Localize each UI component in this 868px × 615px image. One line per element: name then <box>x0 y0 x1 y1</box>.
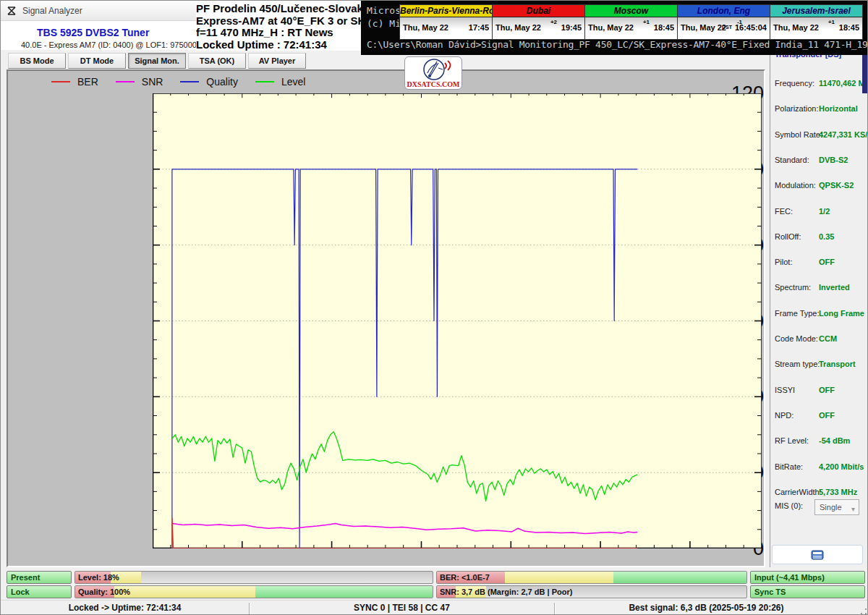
legend-item-ber: BER <box>51 76 98 88</box>
param-row-rolloff: RollOff:0.35 <box>775 232 867 247</box>
param-label: Frame Type: <box>775 309 820 318</box>
chart-legend: BERSNRQualityLevel <box>51 75 305 88</box>
tab-bs-mode[interactable]: BS Mode <box>8 53 66 69</box>
status-sync-counters: SYNC 0 | TEI 58 | CC 47 <box>250 601 554 615</box>
param-row-polarization: Polarization:Horizontal <box>775 104 867 119</box>
param-label: FEC: <box>775 207 793 216</box>
clock-city: Dubai <box>493 5 584 17</box>
clock-dst-flag: DST <box>722 25 732 30</box>
transponder-panel: Transponder [DS] Frequency:11470,462 MHz… <box>770 46 868 567</box>
input-indicator: Input (~4,41 Mbps) <box>750 571 865 584</box>
param-value: 4247,331 KS/s <box>819 130 868 139</box>
signal-chart-panel: BERSNRQualityLevel 120100806040200 <box>7 69 765 567</box>
legend-swatch <box>116 81 135 82</box>
param-value: OFF <box>819 411 835 420</box>
app-icon <box>7 6 17 19</box>
window-title: Signal Analyzer <box>22 6 82 16</box>
legend-label: BER <box>77 76 98 88</box>
save-icon <box>811 550 824 560</box>
param-label: Stream type: <box>775 360 820 368</box>
param-row-modulation: Modulation:QPSK-S2 <box>775 181 867 195</box>
tab-signal-mon-[interactable]: Signal Mon. <box>128 53 186 69</box>
param-label: RollOff: <box>775 232 801 241</box>
clock-time: 18:45 <box>839 23 859 32</box>
param-label: BitRate: <box>775 462 803 471</box>
meter-label: Quality: 100% <box>78 586 130 598</box>
param-row-symbol-rate: Symbol Rate:4247,331 KS/s <box>775 130 867 145</box>
dxsatcs-logo: DXSATCS.COM <box>404 56 462 90</box>
meter-segment-yellow <box>505 572 613 583</box>
param-row-issyi: ISSYIOFF <box>775 386 867 400</box>
meter-label: SNR: 3,7 dB (Margin: 2,7 dB | Poor) <box>440 586 572 598</box>
param-value: OFF <box>819 258 835 266</box>
param-value: QPSK-S2 <box>819 181 854 190</box>
param-label: NPD: <box>775 411 793 420</box>
plot-svg <box>153 93 762 548</box>
clock-city: London, Eng <box>678 5 770 17</box>
clock-body: Thu, May 22-1DST16:45:04 <box>678 17 770 39</box>
resize-grip[interactable] <box>860 608 867 615</box>
param-row-bitrate: BitRate:4,200 Mbit/s <box>775 462 867 477</box>
param-label: Frequency: <box>775 79 814 88</box>
clock-time: 18:45 <box>654 23 674 32</box>
clock-time: 17:45 <box>469 23 489 32</box>
lock-indicator: Lock <box>7 585 72 598</box>
clock-body: Thu, May 22+219:45 <box>493 17 584 39</box>
world-clocks: Berlin-Paris-Vienna-RomaThu, May 2217:45… <box>400 4 863 40</box>
clock-london-eng: London, EngThu, May 22-1DST16:45:04 <box>677 4 770 40</box>
snr-meter: SNR: 3,7 dB (Margin: 2,7 dB | Poor) <box>436 585 747 598</box>
param-value: CCM <box>819 334 837 343</box>
clock-utc-offset: +1 <box>643 19 650 25</box>
param-value: DVB-S2 <box>819 156 848 164</box>
meter-segment-yellow <box>114 586 255 598</box>
param-value: OFF <box>819 386 835 394</box>
param-value: 0.35 <box>819 232 834 241</box>
param-label: ISSYI <box>775 386 795 394</box>
param-label: Modulation: <box>775 181 816 190</box>
param-label: MIS (0): <box>775 501 803 510</box>
legend-swatch <box>51 81 70 82</box>
clock-date: Thu, May 22 <box>403 23 448 32</box>
ber-meter: BER: <1.0E-7 <box>436 571 747 584</box>
present-indicator: Present <box>7 571 72 584</box>
satellite-dish-icon <box>405 57 462 82</box>
tab-tsa-ok-[interactable]: TSA (OK) <box>188 53 246 69</box>
tab-dt-mode[interactable]: DT Mode <box>68 53 126 69</box>
mis-dropdown[interactable]: Single ▾ <box>814 499 859 515</box>
meter-segment-green <box>255 586 433 598</box>
param-value: Transport <box>819 360 856 368</box>
param-row-standard: Standard:DVB-S2 <box>775 156 867 170</box>
clock-time: 16:45:04 <box>735 23 767 32</box>
logo-text: DXSATCS.COM <box>405 80 461 88</box>
param-row-rf-level: RF Level:-54 dBm <box>775 436 867 451</box>
clock-body: Thu, May 2217:45 <box>400 17 492 39</box>
param-row-npd: NPD:OFF <box>775 411 867 425</box>
clock-dubai: DubaiThu, May 22+219:45 <box>492 4 585 40</box>
annotation-line-1: PF Prodelin 450/Lučenec-Slovakia <box>196 3 364 15</box>
param-label: CarrierWidth: <box>775 488 822 496</box>
console-prompt: C:\Users\Roman Dávid>Signal Monitoring_P… <box>367 39 868 50</box>
sync-ts-indicator: Sync TS <box>750 585 865 598</box>
legend-label: Quality <box>206 76 238 88</box>
annotation-overlay: PF Prodelin 450/Lučenec-Slovakia Express… <box>196 3 364 51</box>
param-row-code-mode: Code Mode:CCM <box>775 334 867 349</box>
clock-date: Thu, May 22 <box>495 23 541 32</box>
status-uptime: Locked -> Uptime: 72:41:34 <box>1 601 249 615</box>
param-value: Inverted <box>819 283 850 292</box>
mis-selected-value: Single <box>820 503 842 512</box>
clock-city: Jerusalem-Israel <box>770 5 862 17</box>
param-value: 5,733 MHz <box>819 488 857 496</box>
param-value: 1/2 <box>819 207 830 216</box>
tab-av-player[interactable]: AV Player <box>248 53 306 69</box>
param-row-pilot: Pilot:OFF <box>775 258 867 272</box>
param-label: Spectrum: <box>775 283 811 292</box>
clock-date: Thu, May 22 <box>588 23 634 32</box>
legend-item-snr: SNR <box>116 76 163 88</box>
meter-label: Level: 18% <box>78 572 119 584</box>
clock-date: Thu, May 22 <box>773 23 819 32</box>
clock-utc-offset: +2 <box>550 19 557 25</box>
quality-meter: Quality: 100% <box>75 585 433 598</box>
param-value: 11470,462 MHz <box>819 79 868 88</box>
status-bar: Locked -> Uptime: 72:41:34 SYNC 0 | TEI … <box>1 600 868 615</box>
save-button[interactable] <box>772 545 863 564</box>
